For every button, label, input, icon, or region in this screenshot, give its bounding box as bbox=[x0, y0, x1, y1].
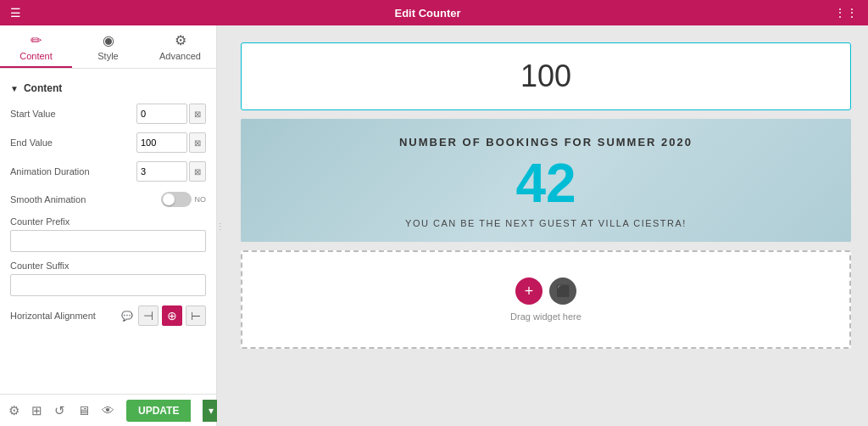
end-value-clear-btn[interactable]: ⊠ bbox=[189, 132, 206, 153]
animation-duration-clear-btn[interactable]: ⊠ bbox=[189, 161, 206, 182]
start-value-label: Start Value bbox=[10, 109, 136, 119]
undo-icon[interactable]: ↺ bbox=[54, 403, 65, 418]
page-title: Edit Counter bbox=[395, 7, 461, 20]
start-value-input[interactable] bbox=[136, 104, 187, 124]
update-button[interactable]: UPDATE bbox=[126, 400, 191, 422]
end-value-row: End Value ⊠ bbox=[0, 128, 216, 157]
animation-duration-label: Animation Duration bbox=[10, 166, 136, 177]
screen-icon[interactable]: 🖥 bbox=[77, 403, 90, 418]
banner-number: 42 bbox=[258, 154, 834, 213]
drop-zone-text: Drag widget here bbox=[259, 311, 832, 322]
animation-duration-row: Animation Duration ⊠ bbox=[0, 157, 216, 186]
widget-type-button[interactable]: ⬛ bbox=[549, 277, 576, 305]
counter-suffix-label: Counter Suffix bbox=[0, 257, 216, 272]
animation-duration-input-wrap: ⊠ bbox=[136, 161, 206, 182]
grid-icon[interactable]: ⋮⋮ bbox=[834, 6, 858, 20]
counter-prefix-input-block bbox=[0, 228, 216, 257]
settings-icon[interactable]: ⚙ bbox=[8, 403, 19, 418]
end-value-input[interactable] bbox=[136, 132, 187, 153]
tab-bar: ✏ Content ◉ Style ⚙ Advanced bbox=[0, 25, 216, 69]
toggle-state-label: NO bbox=[195, 195, 207, 204]
start-value-row: Start Value ⊠ bbox=[0, 99, 216, 128]
alignment-buttons: ⊣ ⊕ ⊢ bbox=[138, 305, 206, 326]
align-left-btn[interactable]: ⊣ bbox=[138, 305, 159, 326]
advanced-tab-icon: ⚙ bbox=[175, 32, 186, 48]
horizontal-alignment-row: Horizontal Alignment 💬 ⊣ ⊕ ⊢ bbox=[0, 301, 216, 330]
tab-content[interactable]: ✏ Content bbox=[0, 25, 72, 68]
start-value-clear-btn[interactable]: ⊠ bbox=[189, 104, 206, 124]
drop-zone: + ⬛ Drag widget here bbox=[241, 250, 851, 349]
section-arrow-icon: ▼ bbox=[10, 84, 19, 93]
banner-title: NUMBER OF BOOKINGS FOR SUMMER 2020 bbox=[258, 136, 834, 149]
alignment-info-icon: 💬 bbox=[121, 311, 133, 322]
drop-zone-buttons: + ⬛ bbox=[259, 277, 832, 305]
style-tab-icon: ◉ bbox=[103, 32, 114, 48]
canvas: 100 NUMBER OF BOOKINGS FOR SUMMER 2020 4… bbox=[224, 25, 868, 426]
bottom-bar: ⚙ ⊞ ↺ 🖥 👁 UPDATE ▾ bbox=[0, 394, 216, 426]
counter-prefix-label: Counter Prefix bbox=[0, 213, 216, 228]
smooth-animation-toggle-wrap: NO bbox=[161, 192, 207, 207]
toggle-knob bbox=[163, 193, 175, 205]
smooth-animation-label: Smooth Animation bbox=[10, 194, 161, 205]
counter-value-display: 100 bbox=[520, 59, 571, 93]
layers-icon[interactable]: ⊞ bbox=[31, 403, 42, 418]
end-value-label: End Value bbox=[10, 137, 136, 148]
tab-style[interactable]: ◉ Style bbox=[72, 25, 144, 68]
tab-advanced-label: Advanced bbox=[159, 51, 201, 61]
align-center-btn[interactable]: ⊕ bbox=[162, 305, 182, 326]
content-section-header[interactable]: ▼ Content bbox=[0, 77, 216, 99]
counter-prefix-input[interactable] bbox=[10, 230, 206, 252]
horizontal-alignment-label: Horizontal Alignment bbox=[10, 311, 121, 321]
sidebar-content: ▼ Content Start Value ⊠ End Value ⊠ bbox=[0, 69, 216, 394]
banner-content: NUMBER OF BOOKINGS FOR SUMMER 2020 42 YO… bbox=[258, 136, 834, 228]
end-value-input-wrap: ⊠ bbox=[136, 132, 206, 153]
resize-handle[interactable]: ⋮ bbox=[217, 25, 224, 426]
counter-preview-widget[interactable]: 100 bbox=[241, 42, 851, 110]
counter-suffix-input-block bbox=[0, 272, 216, 301]
animation-duration-input[interactable] bbox=[136, 161, 187, 182]
smooth-animation-row: Smooth Animation NO bbox=[0, 186, 216, 213]
add-widget-button[interactable]: + bbox=[515, 277, 542, 305]
tab-advanced[interactable]: ⚙ Advanced bbox=[144, 25, 216, 68]
sidebar: ✏ Content ◉ Style ⚙ Advanced ▼ Content S… bbox=[0, 25, 217, 426]
tab-style-label: Style bbox=[97, 51, 118, 61]
booking-banner-widget[interactable]: NUMBER OF BOOKINGS FOR SUMMER 2020 42 YO… bbox=[241, 119, 851, 242]
start-value-input-wrap: ⊠ bbox=[136, 104, 206, 124]
hamburger-icon[interactable]: ☰ bbox=[10, 6, 21, 20]
align-right-btn[interactable]: ⊢ bbox=[186, 305, 206, 326]
top-bar: ☰ Edit Counter ⋮⋮ bbox=[0, 0, 868, 25]
content-tab-icon: ✏ bbox=[31, 32, 42, 48]
eye-icon[interactable]: 👁 bbox=[102, 403, 114, 418]
smooth-animation-toggle[interactable] bbox=[161, 192, 192, 207]
section-label: Content bbox=[24, 82, 62, 94]
banner-subtitle: YOU CAN BE THE NEXT GUEST AT VILLA CIEST… bbox=[258, 218, 834, 228]
counter-suffix-input[interactable] bbox=[10, 274, 206, 296]
tab-content-label: Content bbox=[19, 51, 53, 61]
